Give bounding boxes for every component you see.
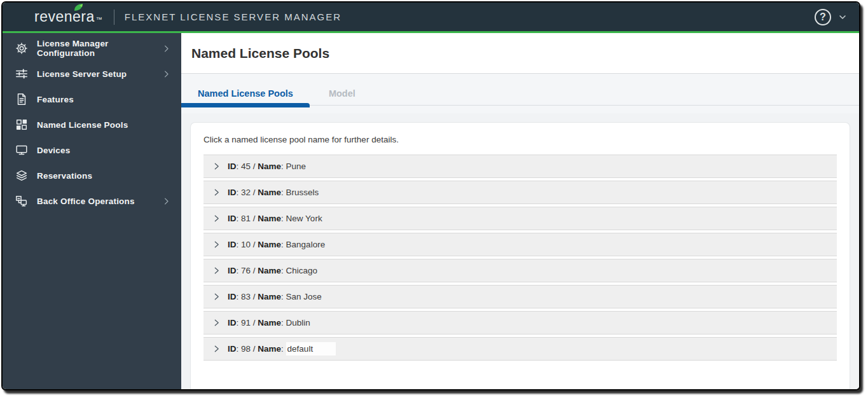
pool-id-value: : 98: [237, 344, 251, 354]
pool-id-label: ID: [228, 188, 237, 197]
pool-row-pune[interactable]: ID: 45 / Name: Pune: [203, 155, 837, 178]
chevron-right-icon: [212, 345, 221, 353]
sliders-icon: [15, 67, 29, 81]
sidebar-item-features[interactable]: Features: [3, 86, 181, 112]
layers-icon: [15, 169, 29, 183]
pool-row-text: ID: 45 / Name: Pune: [228, 162, 306, 171]
gear-icon: [15, 41, 29, 55]
chevron-right-icon: [212, 162, 221, 170]
main-content: Named License Pools Named License Pools …: [181, 33, 859, 390]
tab-model[interactable]: Model: [310, 81, 375, 105]
sidebar-item-label: Named License Pools: [37, 120, 171, 130]
revenera-logo: revenera ™: [34, 8, 102, 25]
app-window: revenera ™ FLEXNET LICENSE SERVER MANAGE…: [1, 1, 860, 390]
sidebar-item-reservations[interactable]: Reservations: [3, 163, 181, 188]
sidebar-item-back-office-operations[interactable]: Back Office Operations: [3, 188, 181, 214]
pool-id-label: ID: [228, 214, 237, 223]
chevron-down-icon[interactable]: [837, 12, 848, 22]
pool-row-text: ID: 10 / Name: Bangalore: [228, 240, 325, 249]
sidebar-item-label: Devices: [37, 146, 171, 155]
tab-strip: Named License Pools Model: [181, 74, 859, 113]
pool-row-new-york[interactable]: ID: 81 / Name: New York: [203, 207, 837, 230]
pool-id-value: : 76: [237, 266, 251, 275]
grid-icon: [15, 118, 29, 132]
sidebar-item-label: License Server Setup: [37, 69, 162, 79]
pool-row-default[interactable]: ID: 98 / Name: default: [203, 337, 837, 361]
pool-name-value[interactable]: Pune: [286, 162, 307, 171]
pool-row-brussels[interactable]: ID: 32 / Name: Brussels: [203, 181, 837, 204]
pool-name-value[interactable]: Bangalore: [286, 240, 326, 249]
app-header: revenera ™ FLEXNET LICENSE SERVER MANAGE…: [3, 3, 859, 33]
header-divider: [114, 10, 114, 25]
pool-list: ID: 45 / Name: PuneID: 32 / Name: Brusse…: [203, 155, 837, 361]
network-icon: [15, 194, 29, 208]
pool-id-label: ID: [228, 240, 237, 249]
sidebar-item-license-manager-configuration[interactable]: License Manager Configuration: [3, 36, 181, 61]
pool-row-text: ID: 98 / Name: default: [228, 344, 336, 354]
monitor-icon: [15, 143, 29, 157]
help-button[interactable]: ?: [815, 9, 831, 25]
chevron-right-icon: [162, 197, 171, 206]
pool-row-text: ID: 32 / Name: Brussels: [228, 188, 319, 197]
instruction-text: Click a named license pool name for furt…: [203, 135, 837, 144]
pool-row-text: ID: 91 / Name: Dublin: [228, 318, 310, 328]
logo-text: revenera: [34, 8, 95, 25]
sidebar-item-license-server-setup[interactable]: License Server Setup: [3, 61, 181, 86]
pool-row-dublin[interactable]: ID: 91 / Name: Dublin: [203, 311, 837, 334]
sidebar-item-named-license-pools[interactable]: Named License Pools: [3, 112, 181, 137]
tab-named-license-pools[interactable]: Named License Pools: [181, 81, 310, 105]
chevron-right-icon: [162, 44, 171, 53]
chevron-right-icon: [212, 240, 221, 249]
pool-name-value[interactable]: Chicago: [286, 266, 318, 275]
pool-id-value: : 81: [237, 214, 251, 223]
pool-name-value[interactable]: Dublin: [286, 318, 310, 328]
sidebar-item-label: Features: [37, 95, 171, 104]
pool-name-label: Name: [258, 318, 281, 328]
pool-name-label: Name: [258, 240, 281, 249]
pool-name-value[interactable]: Brussels: [286, 188, 319, 197]
chevron-right-icon: [162, 69, 171, 79]
pool-id-value: : 32: [237, 188, 251, 197]
pool-id-value: : 10: [237, 240, 251, 249]
chevron-right-icon: [212, 319, 221, 327]
pool-id-value: : 83: [237, 292, 251, 301]
sidebar-item-label: License Manager Configuration: [37, 39, 162, 58]
pool-id-label: ID: [228, 162, 237, 171]
pool-id-label: ID: [228, 266, 237, 275]
chevron-right-icon: [212, 214, 221, 223]
pool-row-text: ID: 76 / Name: Chicago: [228, 266, 317, 275]
pool-id-value: : 91: [237, 318, 251, 328]
pool-name-label: Name: [258, 162, 281, 171]
pool-row-chicago[interactable]: ID: 76 / Name: Chicago: [203, 259, 837, 282]
sidebar-item-label: Back Office Operations: [37, 197, 162, 206]
app-title: FLEXNET LICENSE SERVER MANAGER: [125, 11, 341, 22]
chevron-right-icon: [212, 293, 221, 301]
pool-id-label: ID: [228, 344, 237, 354]
chevron-right-icon: [212, 188, 221, 197]
pool-row-san-jose[interactable]: ID: 83 / Name: San Jose: [203, 285, 837, 308]
sidebar: License Manager Configuration License Se…: [3, 33, 181, 390]
leaf-icon: [74, 3, 84, 14]
pool-row-bangalore[interactable]: ID: 10 / Name: Bangalore: [203, 233, 837, 256]
pool-id-value: : 45: [237, 162, 251, 171]
pool-name-label: Name: [258, 344, 281, 354]
chevron-right-icon: [212, 266, 221, 275]
pool-name-label: Name: [258, 266, 281, 275]
sidebar-item-label: Reservations: [37, 171, 171, 181]
pool-name-value[interactable]: default: [286, 342, 336, 355]
pool-name-label: Name: [258, 188, 281, 197]
sidebar-item-devices[interactable]: Devices: [3, 137, 181, 163]
logo-trademark: ™: [96, 16, 102, 23]
pool-name-label: Name: [258, 214, 281, 223]
pool-name-label: Name: [258, 292, 281, 301]
pool-row-text: ID: 83 / Name: San Jose: [228, 292, 322, 301]
document-icon: [15, 92, 29, 106]
pool-name-value[interactable]: New York: [286, 214, 322, 223]
pool-id-label: ID: [228, 292, 237, 301]
page-title: Named License Pools: [191, 46, 329, 61]
pool-name-value[interactable]: San Jose: [286, 292, 322, 301]
pools-card: Click a named license pool name for furt…: [190, 122, 850, 390]
pool-id-label: ID: [228, 318, 237, 328]
pool-row-text: ID: 81 / Name: New York: [228, 214, 322, 223]
title-band: Named License Pools: [181, 33, 859, 74]
